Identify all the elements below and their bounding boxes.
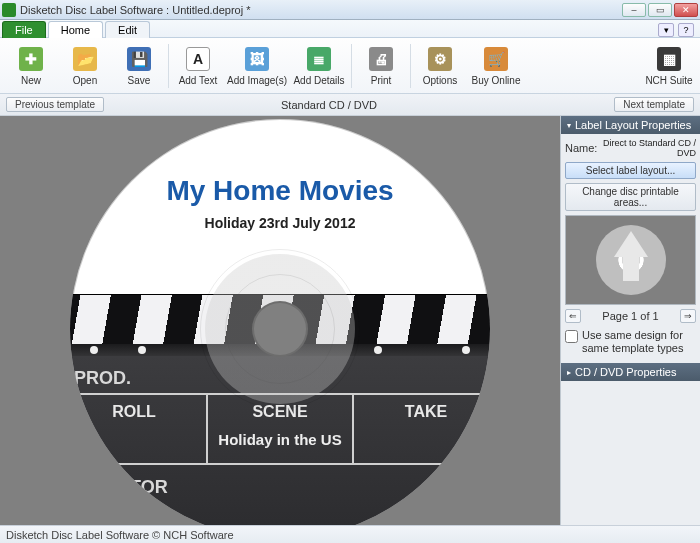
new-button[interactable]: ✚ New xyxy=(4,41,58,91)
print-button[interactable]: 🖨 Print xyxy=(354,41,408,91)
layout-preview xyxy=(565,215,696,305)
maximize-button[interactable]: ▭ xyxy=(648,3,672,17)
window-buttons: – ▭ ✕ xyxy=(622,3,698,17)
main-area: My Home Movies Holiday 23rd July 2012 PR… xyxy=(0,116,700,525)
add-text-icon: A xyxy=(184,45,212,73)
ribbon-toolbar: ✚ New 📂 Open 💾 Save A Add Text 🖼 Add Ima… xyxy=(0,38,700,94)
take-label: TAKE xyxy=(358,403,490,421)
menu-tabs: File Home Edit ▾ ? xyxy=(0,20,700,38)
template-name-label: Standard CD / DVD xyxy=(104,99,554,111)
same-design-label: Use same design for same template types xyxy=(582,329,696,355)
status-bar: Disketch Disc Label Software © NCH Softw… xyxy=(0,525,700,543)
add-text-button[interactable]: A Add Text xyxy=(171,41,225,91)
new-label: New xyxy=(21,75,41,86)
scene-value[interactable]: Holiday in the US xyxy=(212,431,348,449)
add-text-label: Add Text xyxy=(179,75,218,86)
expand-icon: ▸ xyxy=(567,368,571,377)
add-details-icon: ≣ xyxy=(305,45,333,73)
print-label: Print xyxy=(371,75,392,86)
cddvd-panel-header[interactable]: ▸ CD / DVD Properties xyxy=(561,363,700,381)
add-images-button[interactable]: 🖼 Add Image(s) xyxy=(225,41,289,91)
add-images-label: Add Image(s) xyxy=(227,75,287,86)
change-printable-areas-button[interactable]: Change disc printable areas... xyxy=(565,183,696,211)
buy-online-icon: 🛒 xyxy=(482,45,510,73)
page-indicator: Page 1 of 1 xyxy=(602,310,658,322)
nch-suite-button[interactable]: ▦ NCH Suite xyxy=(642,41,696,91)
same-design-checkbox-row[interactable]: Use same design for same template types xyxy=(565,329,696,355)
tab-file[interactable]: File xyxy=(2,21,46,38)
side-panel: ▾ Label Layout Properties Name: Direct t… xyxy=(560,116,700,525)
roll-label: ROLL xyxy=(70,403,202,421)
save-icon: 💾 xyxy=(125,45,153,73)
window-title: Disketch Disc Label Software : Untitled.… xyxy=(20,4,622,16)
buy-online-button[interactable]: 🛒 Buy Online xyxy=(467,41,525,91)
select-label-layout-button[interactable]: Select label layout... xyxy=(565,162,696,179)
status-text: Disketch Disc Label Software © NCH Softw… xyxy=(6,529,234,541)
disc-center-hole xyxy=(252,301,308,357)
preview-disc-icon xyxy=(596,225,666,295)
save-button[interactable]: 💾 Save xyxy=(112,41,166,91)
options-icon: ⚙ xyxy=(426,45,454,73)
print-icon: 🖨 xyxy=(367,45,395,73)
next-template-button[interactable]: Next template xyxy=(614,97,694,112)
name-label: Name: xyxy=(565,142,601,154)
label-layout-header-text: Label Layout Properties xyxy=(575,119,691,131)
page-next-button[interactable]: ⇒ xyxy=(680,309,696,323)
collapse-icon: ▾ xyxy=(567,121,571,130)
ribbon-minimize-icon[interactable]: ▾ xyxy=(658,23,674,37)
template-nav-bar: Previous template Standard CD / DVD Next… xyxy=(0,94,700,116)
label-layout-panel-header[interactable]: ▾ Label Layout Properties xyxy=(561,116,700,134)
options-button[interactable]: ⚙ Options xyxy=(413,41,467,91)
close-button[interactable]: ✕ xyxy=(674,3,698,17)
open-label: Open xyxy=(73,75,97,86)
open-button[interactable]: 📂 Open xyxy=(58,41,112,91)
director-label: DIRECTOR xyxy=(70,465,490,510)
disc-label[interactable]: My Home Movies Holiday 23rd July 2012 PR… xyxy=(70,119,490,525)
name-value: Direct to Standard CD / DVD xyxy=(601,138,696,158)
buy-online-label: Buy Online xyxy=(472,75,521,86)
previous-template-button[interactable]: Previous template xyxy=(6,97,104,112)
add-details-label: Add Details xyxy=(293,75,344,86)
cddvd-header-text: CD / DVD Properties xyxy=(575,366,676,378)
add-details-button[interactable]: ≣ Add Details xyxy=(289,41,349,91)
options-label: Options xyxy=(423,75,457,86)
save-label: Save xyxy=(128,75,151,86)
new-icon: ✚ xyxy=(17,45,45,73)
title-bar: Disketch Disc Label Software : Untitled.… xyxy=(0,0,700,20)
same-design-checkbox[interactable] xyxy=(565,330,578,343)
minimize-button[interactable]: – xyxy=(622,3,646,17)
label-layout-panel-body: Name: Direct to Standard CD / DVD Select… xyxy=(561,134,700,363)
app-icon xyxy=(2,3,16,17)
tab-home[interactable]: Home xyxy=(48,21,103,38)
nch-suite-icon: ▦ xyxy=(655,45,683,73)
tab-edit[interactable]: Edit xyxy=(105,21,150,38)
design-canvas[interactable]: My Home Movies Holiday 23rd July 2012 PR… xyxy=(0,116,560,525)
help-icon[interactable]: ? xyxy=(678,23,694,37)
open-icon: 📂 xyxy=(71,45,99,73)
nch-suite-label: NCH Suite xyxy=(645,75,692,86)
disc-subtitle-text[interactable]: Holiday 23rd July 2012 xyxy=(70,215,490,231)
disc-title-text[interactable]: My Home Movies xyxy=(70,175,490,207)
add-images-icon: 🖼 xyxy=(243,45,271,73)
page-prev-button[interactable]: ⇐ xyxy=(565,309,581,323)
